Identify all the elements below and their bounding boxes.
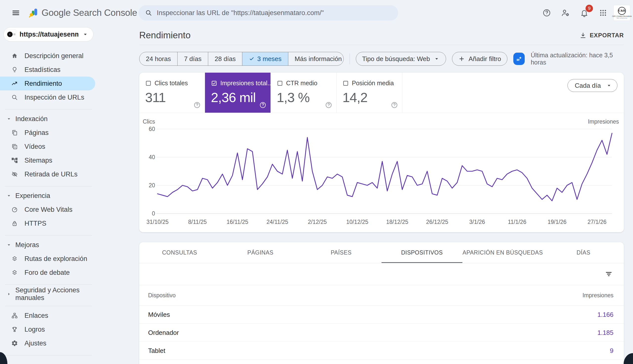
metric-help-button[interactable] — [325, 101, 332, 110]
home-icon — [11, 52, 18, 59]
granularity-label: Cada día — [575, 82, 601, 90]
notifications-button[interactable]: 9 — [576, 5, 592, 21]
grid-icon — [599, 9, 607, 17]
granularity-dropdown[interactable]: Cada día — [567, 79, 617, 92]
page-header: Rendimiento EXPORTAR — [139, 26, 624, 45]
sidebar-item-label: Foro de debate — [25, 269, 70, 276]
sidebar-item-paginas[interactable]: Páginas — [0, 126, 97, 140]
sidebar-item-sitemaps[interactable]: Sitemaps — [0, 154, 97, 167]
help-button[interactable] — [538, 5, 555, 21]
sidebar-section-experiencia[interactable]: Experiencia — [0, 189, 97, 203]
sidebar-item-label: Estadísticas — [25, 66, 61, 74]
sidebar-item-rendimiento[interactable]: Rendimiento — [0, 76, 95, 90]
sidebar-item-label: Rutas de exploración — [25, 255, 87, 263]
url-inspection-input[interactable] — [157, 9, 392, 17]
notification-badge: 9 — [585, 5, 593, 12]
performance-line-chart: 020406031/10/258/11/2516/11/2524/11/252/… — [139, 116, 624, 227]
metric-help-button[interactable] — [193, 101, 201, 110]
svg-text:2/12/25: 2/12/25 — [308, 219, 327, 225]
sidebar-item-rutas-de-exploracion[interactable]: Rutas de exploración — [0, 252, 97, 266]
table-toolbar — [139, 263, 624, 285]
sidebar-item-enlaces[interactable]: Enlaces — [0, 309, 97, 322]
tab-aparicion-en-busquedas[interactable]: APARICIÓN EN BÚSQUEDAS — [462, 242, 543, 263]
sidebar-item-ajustes[interactable]: Ajustes — [0, 336, 97, 350]
sidebar-item-label: Inspección de URLs — [25, 94, 84, 101]
metric-card-posicion-media[interactable]: Posición media14,2 — [337, 73, 402, 113]
add-filter-button[interactable]: Añadir filtro — [452, 52, 507, 66]
sidebar-section-mejoras[interactable]: Mejoras — [0, 238, 97, 252]
svg-text:31/10/25: 31/10/25 — [146, 219, 169, 225]
compare-filters-button[interactable] — [513, 53, 525, 65]
sidebar-item-label: Sitemaps — [25, 157, 53, 164]
tab-consultas[interactable]: CONSULTAS — [139, 242, 220, 263]
sidebar-item-https[interactable]: HTTPS — [0, 216, 97, 230]
tab-paises[interactable]: PAÍSES — [301, 242, 382, 263]
sidebar-item-logros[interactable]: Logros — [0, 322, 97, 336]
sidebar-item-label: Enlaces — [25, 312, 48, 320]
metric-card-clics-totales[interactable]: Clics totales311 — [139, 73, 205, 113]
metric-help-button[interactable] — [259, 101, 267, 110]
caret-down-icon — [6, 242, 12, 248]
sidebar-section-indexacion[interactable]: Indexación — [0, 112, 97, 126]
metric-label: Impresiones total... — [220, 80, 273, 87]
range-more-options[interactable]: Más información — [288, 52, 344, 66]
filter-list-icon — [604, 270, 613, 278]
sidebar-item-foro-de-debate[interactable]: Foro de debate — [0, 266, 97, 280]
export-button[interactable]: EXPORTAR — [579, 32, 624, 39]
metric-card-ctr-medio[interactable]: CTR medio1,3 % — [271, 73, 337, 113]
svg-text:19/1/26: 19/1/26 — [547, 219, 566, 225]
person-gear-icon — [561, 8, 570, 18]
table-row-moviles[interactable]: Móviles1.166 — [139, 306, 624, 324]
search-type-filter[interactable]: Tipo de búsqueda: Web — [356, 52, 446, 66]
tab-dias[interactable]: DÍAS — [543, 242, 624, 263]
range-label: 3 meses — [257, 55, 281, 63]
account-avatar[interactable]: C&R C&R | Creative RecreationsSEO & Mark… — [614, 5, 630, 20]
range-28-dias[interactable]: 28 días — [208, 52, 242, 66]
table-row-ordenador[interactable]: Ordenador1.185 — [139, 324, 624, 342]
user-settings-button[interactable] — [557, 5, 574, 21]
metric-label: Posición media — [352, 80, 394, 87]
tab-dispositivos[interactable]: DISPOSITIVOS — [382, 242, 462, 263]
sidebar-item-label: Vídeos — [25, 143, 45, 150]
layers-icon — [11, 269, 18, 276]
brand[interactable]: Google Search Console — [28, 8, 137, 18]
sidebar-item-inspeccion-de-urls[interactable]: Inspección de URLs — [0, 90, 97, 104]
search-icon — [145, 9, 152, 16]
range-3-meses[interactable]: 3 meses — [242, 52, 288, 66]
sidebar-divider — [5, 235, 92, 236]
table-row-tablet[interactable]: Tablet9 — [139, 342, 624, 360]
google-apps-button[interactable] — [595, 5, 611, 21]
svg-text:0: 0 — [152, 210, 155, 217]
lock-icon — [11, 220, 18, 227]
checkbox-unchecked-icon — [277, 80, 283, 86]
device-cell: Ordenador — [148, 329, 597, 336]
caret-down-icon — [6, 193, 12, 199]
range-label: 24 horas — [146, 55, 171, 63]
links-icon — [11, 312, 18, 319]
sidebar-item-videos[interactable]: Vídeos — [0, 140, 97, 154]
metric-card-impresiones-total[interactable]: Impresiones total...2,36 mil — [205, 73, 271, 113]
sidebar-item-label: Logros — [25, 326, 45, 333]
hamburger-menu-button[interactable] — [10, 7, 22, 19]
sidebar-item-estadisticas[interactable]: Estadísticas — [0, 63, 97, 76]
range-24-horas[interactable]: 24 horas — [140, 52, 177, 66]
tab-paginas[interactable]: PÁGINAS — [220, 242, 301, 263]
sidebar-item-label: Descripción general — [25, 52, 84, 60]
sidebar-item-label: Rendimiento — [25, 80, 62, 88]
product-name: Google Search Console — [42, 8, 137, 18]
dimension-tabs: CONSULTASPÁGINASPAÍSESDISPOSITIVOSAPARIC… — [139, 242, 624, 263]
chart-area: 020406031/10/258/11/2516/11/2524/11/252/… — [139, 116, 624, 227]
sidebar-item-core-web-vitals[interactable]: Core Web Vitals — [0, 203, 97, 216]
range-7-dias[interactable]: 7 días — [177, 52, 208, 66]
property-selector[interactable]: t https://tatuajesenmata... — [4, 27, 94, 42]
sidebar-section-seguridad-y-acciones-manuales[interactable]: Seguridad y Acciones manuales — [0, 287, 97, 301]
range-label: 28 días — [215, 55, 236, 63]
checkbox-checked-icon — [211, 80, 217, 86]
column-header-impressions[interactable]: Impresiones — [582, 292, 613, 299]
sidebar-item-descripcion-general[interactable]: Descripción general — [0, 49, 97, 63]
metric-help-button[interactable] — [391, 101, 398, 110]
sidebar-item-retirada-de-urls[interactable]: Retirada de URLs — [0, 167, 97, 181]
url-inspection-searchbar[interactable] — [139, 5, 398, 20]
top-app-bar: Google Search Console 9 C&R C&R | Creati… — [0, 0, 633, 26]
search-icon — [11, 94, 18, 101]
